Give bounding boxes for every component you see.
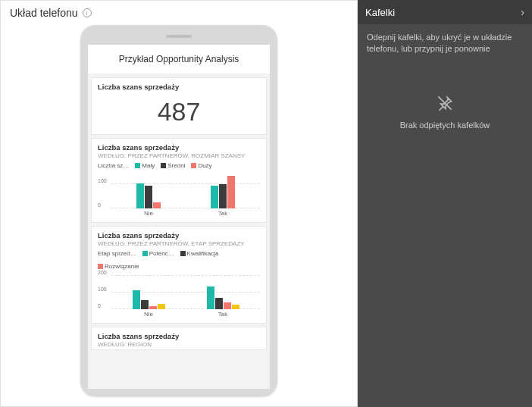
bar <box>158 304 165 310</box>
plot-area: NieTak <box>111 171 260 208</box>
panel-title: Kafelki <box>365 7 395 18</box>
page-title: Układ telefonu <box>10 7 78 19</box>
bar <box>224 302 231 309</box>
tile-title: Liczba szans sprzedaży <box>98 143 260 152</box>
y-tick: 100 <box>98 286 107 292</box>
tiles-side-panel: Kafelki › Odepnij kafelki, aby ukryć je … <box>358 0 532 407</box>
bar <box>215 298 223 309</box>
y-tick: 200 <box>98 270 107 275</box>
swatch-icon <box>180 251 186 256</box>
tile-title: Liczba szans sprzedaży <box>98 332 260 340</box>
legend-axis-label: Etap sprzed… <box>98 250 136 257</box>
y-tick: 0 <box>98 303 101 308</box>
bar <box>133 290 140 309</box>
tile-subtitle: WEDŁUG: REGION <box>98 341 260 348</box>
bar <box>136 183 144 208</box>
legend-axis-label: Liczba sz… <box>98 162 129 169</box>
bar <box>141 300 149 310</box>
empty-state: Brak odpiętych kafelków <box>358 93 532 130</box>
legend-item: Średni <box>161 162 185 169</box>
bar-group: Tak <box>186 271 260 309</box>
chevron-right-icon: › <box>521 6 524 18</box>
tile-chart-size[interactable]: Liczba szans sprzedaży WEDŁUG: PRZEZ PAR… <box>91 138 267 223</box>
tiles-container: Liczba szans sprzedaży 487 Liczba szans … <box>88 74 270 389</box>
panel-description: Odepnij kafelki, aby ukryć je w układzie… <box>358 24 532 63</box>
bar <box>219 184 227 208</box>
tile-title: Liczba szans sprzedaży <box>98 83 260 91</box>
tile-title: Liczba szans sprzedaży <box>98 231 260 240</box>
bar <box>227 176 235 208</box>
x-label: Tak <box>218 210 227 217</box>
bar-chart: 0 100 200 NieTak <box>98 271 260 318</box>
swatch-icon <box>191 163 196 168</box>
panel-header[interactable]: Kafelki › <box>358 0 532 24</box>
empty-state-text: Brak odpiętych kafelków <box>400 121 490 130</box>
swatch-icon <box>135 163 140 168</box>
swatch-icon <box>161 163 166 168</box>
bar <box>207 286 214 309</box>
phone-frame-wrap: Przykład Opportunity Analysis Liczba sza… <box>1 22 357 406</box>
chart-legend: Etap sprzed… Potenc… Kwalifikacja Rozwią… <box>98 250 260 270</box>
tile-chart-stage[interactable]: Liczba szans sprzedaży WEDŁUG: PRZEZ PAR… <box>91 226 267 324</box>
legend-item: Mały <box>135 162 155 169</box>
legend-item: Potenc… <box>142 250 174 257</box>
swatch-icon <box>142 251 148 256</box>
tile-subtitle: WEDŁUG: PRZEZ PARTNERÓW, ETAP SPRZEDAŻY <box>98 240 260 247</box>
unpin-icon <box>435 93 455 113</box>
page-title-row: Układ telefonu i <box>1 1 357 22</box>
swatch-icon <box>98 264 103 269</box>
x-label: Nie <box>144 311 153 318</box>
bar <box>145 186 152 208</box>
bar <box>232 305 239 309</box>
x-label: Nie <box>144 210 153 217</box>
dashboard-title: Przykład Opportunity Analysis <box>88 45 270 74</box>
x-label: Tak <box>218 311 227 318</box>
bar <box>211 186 218 208</box>
tile-card-number[interactable]: Liczba szans sprzedaży 487 <box>91 77 267 135</box>
tile-chart-region[interactable]: Liczba szans sprzedaży WEDŁUG: REGION <box>91 327 267 350</box>
phone-frame: Przykład Opportunity Analysis Liczba sza… <box>80 25 277 396</box>
info-icon[interactable]: i <box>83 8 92 17</box>
y-tick: 0 <box>98 202 101 208</box>
legend-item: Duży <box>191 162 211 169</box>
phone-screen: Przykład Opportunity Analysis Liczba sza… <box>88 45 270 389</box>
chart-legend: Liczba sz… Mały Średni Duży <box>98 162 260 169</box>
bar <box>153 202 161 208</box>
bar-chart: 0 100 NieTak <box>98 171 260 218</box>
bar-group: Nie <box>111 271 186 309</box>
legend-item: Kwalifikacja <box>180 250 219 257</box>
tile-big-number: 487 <box>98 91 260 130</box>
bar <box>149 306 157 309</box>
tile-subtitle: WEDŁUG: PRZEZ PARTNERÓW, ROZMIAR SZANSY <box>98 152 260 159</box>
plot-area: NieTak <box>111 271 260 309</box>
phone-layout-pane: Układ telefonu i Przykład Opportunity An… <box>0 0 358 407</box>
y-tick: 100 <box>98 178 107 183</box>
bar-group: Tak <box>186 171 260 208</box>
bar-group: Nie <box>111 171 186 208</box>
